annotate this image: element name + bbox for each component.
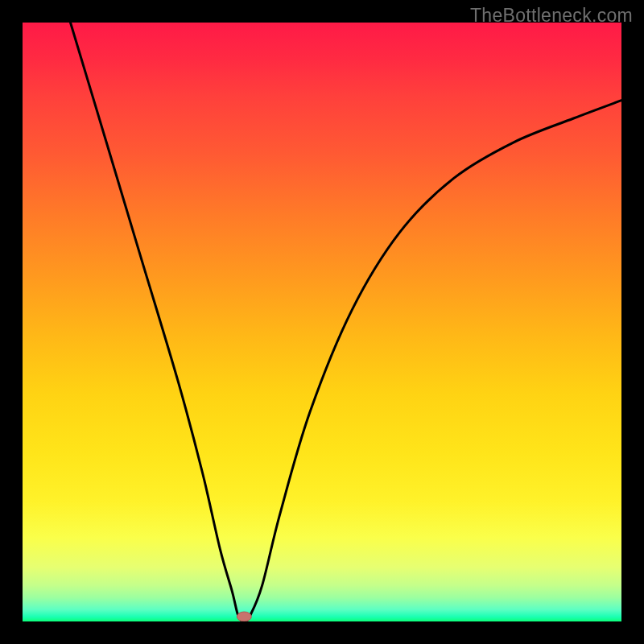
- bottleneck-curve: [71, 23, 622, 621]
- curve-layer: [23, 23, 621, 621]
- frame: TheBottleneck.com: [0, 0, 644, 644]
- plot-area: [23, 23, 621, 621]
- trough-marker: [237, 612, 251, 621]
- watermark: TheBottleneck.com: [470, 5, 633, 27]
